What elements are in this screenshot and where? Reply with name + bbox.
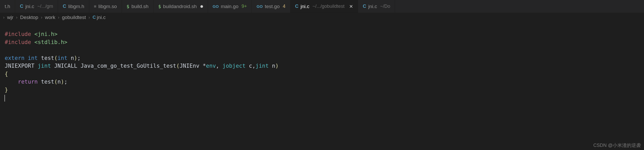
editor-tab[interactable]: Clibgm.h (58, 0, 89, 13)
code-token: n (272, 63, 275, 69)
editor-tab[interactable]: Cjni.c~/.../gm (15, 0, 58, 13)
tab-label: buildandroid.sh (163, 4, 197, 9)
code-token: * (203, 63, 206, 69)
code-token: ) (74, 55, 77, 61)
code-token: ) (61, 79, 64, 85)
code-token: } (5, 87, 8, 93)
breadcrumb-segment[interactable]: gobuildtest (62, 15, 86, 20)
code-token: #include (5, 31, 31, 37)
code-token: ( (54, 55, 58, 61)
tab-subpath: ~/.../gobuildtest (313, 4, 345, 9)
code-token: extern (5, 55, 25, 61)
code-token: JNIEXPORT (5, 63, 34, 69)
code-token (38, 79, 41, 85)
text-cursor (4, 95, 5, 102)
chevron-right-icon: › (58, 15, 59, 20)
editor-tab[interactable]: GOtest.go4 (252, 0, 290, 13)
c-file-icon: C (363, 4, 366, 9)
breadcrumb-segment[interactable]: wjr (7, 15, 13, 20)
binary-file-icon: ≡ (94, 4, 96, 9)
code-token: ( (54, 79, 58, 85)
code-token: <stdlib.h> (31, 39, 67, 45)
code-token: n (71, 55, 74, 61)
code-token (34, 63, 38, 69)
breadcrumb: ›wjr›Desktop›work›gobuildtest›C jni.c (0, 13, 644, 22)
editor-tabs: t.hCjni.c~/.../gmClibgm.h≡libgm.so$build… (0, 0, 644, 13)
tab-label: jni.c (368, 4, 377, 9)
code-token: #include (5, 39, 31, 45)
c-file-icon: C (20, 4, 23, 9)
go-file-icon: GO (257, 4, 263, 9)
chevron-right-icon: › (41, 15, 42, 20)
code-token: <jni.h> (31, 31, 57, 37)
code-token: int (28, 55, 38, 61)
code-token (269, 63, 272, 69)
c-file-icon: C (63, 4, 66, 9)
code-token: JNIEnv (180, 63, 203, 69)
code-token: c (249, 63, 252, 69)
code-token: n (57, 79, 61, 85)
code-token: env (206, 63, 216, 69)
tab-label: libgm.h (68, 4, 84, 9)
c-file-icon: C (93, 15, 96, 20)
code-token (77, 63, 81, 69)
code-token: jobject (223, 63, 246, 69)
shell-file-icon: $ (158, 4, 161, 9)
editor-tab[interactable]: $buildandroid.sh (153, 0, 208, 13)
code-token: ( (176, 63, 180, 69)
watermark: CSDN @小米渣的逆袭 (593, 142, 641, 148)
tab-badge: 4 (283, 4, 285, 9)
tab-label: jni.c (301, 4, 309, 9)
tab-subpath: ~/.../gm (37, 4, 53, 9)
tab-label: t.h (5, 4, 10, 9)
editor-tab[interactable]: GOmain.go9+ (208, 0, 252, 13)
editor-tab[interactable]: Cjni.c~/.../gobuildtest✕ (290, 0, 358, 13)
editor-tab[interactable]: $build.sh (122, 0, 153, 13)
code-token: return (18, 79, 38, 85)
code-token: test (41, 55, 54, 61)
code-token (5, 79, 18, 85)
close-tab-icon[interactable]: ✕ (349, 4, 353, 9)
chevron-right-icon: › (88, 15, 90, 20)
tab-label: libgm.so (98, 4, 117, 9)
code-token: JNICALL (54, 63, 77, 69)
code-token: { (5, 71, 8, 77)
code-token: ) (275, 63, 279, 69)
c-file-icon: C (295, 4, 299, 9)
tab-subpath: ~/Do (380, 4, 390, 9)
editor-tab[interactable]: Cjni.c~/Do (358, 0, 395, 13)
chevron-right-icon: › (16, 15, 17, 20)
editor-tab[interactable]: ≡libgm.so (89, 0, 122, 13)
code-token: ; (77, 55, 81, 61)
code-token (51, 63, 54, 69)
code-token: Java_com_go_test_GoUtils_test (81, 63, 176, 69)
tab-label: main.go (221, 4, 238, 9)
code-token (67, 55, 71, 61)
code-token (25, 55, 28, 61)
code-token: , (216, 63, 222, 69)
code-token: ; (64, 79, 68, 85)
shell-file-icon: $ (127, 4, 129, 9)
code-token: , (252, 63, 255, 69)
tab-badge: 9+ (242, 4, 247, 9)
code-editor[interactable]: #include <jni.h> #include <stdlib.h> ext… (0, 22, 644, 102)
code-token (38, 55, 41, 61)
go-file-icon: GO (213, 4, 219, 9)
code-token: jint (38, 63, 51, 69)
tab-label: test.go (265, 4, 280, 9)
tab-label: build.sh (132, 4, 149, 9)
code-token: test (41, 79, 54, 85)
code-token: jint (255, 63, 269, 69)
chevron-right-icon: › (3, 15, 4, 20)
breadcrumb-segment[interactable]: Desktop (20, 15, 38, 20)
breadcrumb-segment[interactable]: work (45, 15, 55, 20)
dirty-indicator-icon (200, 5, 203, 8)
tab-label: jni.c (25, 4, 34, 9)
breadcrumb-segment[interactable]: jni.c (97, 15, 106, 20)
editor-tab[interactable]: t.h (0, 0, 15, 13)
code-token (246, 63, 249, 69)
code-token: int (57, 55, 67, 61)
